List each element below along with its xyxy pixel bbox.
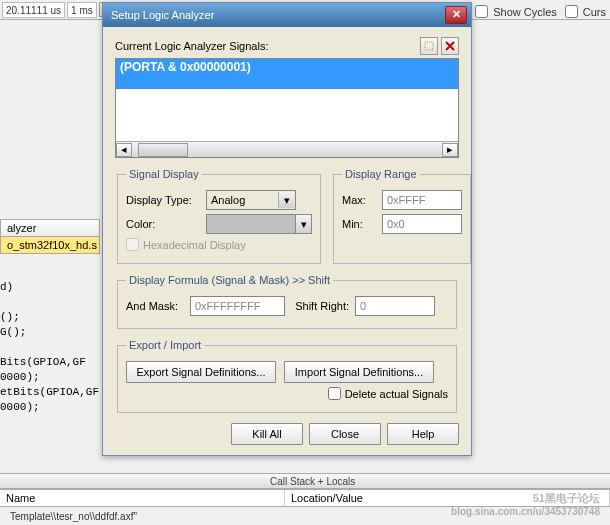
callstack-header[interactable]: Call Stack + Locals [0,473,610,489]
help-button[interactable]: Help [387,423,459,445]
show-cycles-group: Show Cycles Curs [471,2,606,21]
hex-display-checkbox[interactable] [126,238,139,251]
import-signals-button[interactable]: Import Signal Definitions... [284,361,434,383]
display-range-legend: Display Range [342,168,420,180]
shift-right-field[interactable] [355,296,435,316]
and-mask-label: And Mask: [126,300,190,312]
export-import-group: Export / Import Export Signal Definition… [117,339,457,413]
delete-signals-label: Delete actual Signals [345,388,448,400]
display-formula-legend: Display Formula (Signal & Mask) >> Shift [126,274,333,286]
min-label: Min: [342,218,382,230]
signal-row-selected[interactable]: (PORTA & 0x00000001) [116,59,458,75]
code-editor[interactable]: d) (); G(); Bits(GPIOA,GF 0000); etBits(… [0,280,110,480]
dialog-title: Setup Logic Analyzer [111,9,214,21]
grid-box[interactable]: 1 ms [67,2,97,18]
setup-logic-analyzer-dialog: Setup Logic Analyzer ✕ Current Logic Ana… [102,2,472,456]
display-formula-group: Display Formula (Signal & Mask) >> Shift… [117,274,457,329]
close-icon[interactable]: ✕ [445,6,467,24]
max-field[interactable] [382,190,462,210]
shift-right-label: Shift Right: [285,300,355,312]
current-signals-label: Current Logic Analyzer Signals: [115,40,417,52]
max-label: Max: [342,194,382,206]
display-type-label: Display Type: [126,194,206,206]
hex-display-label: Hexadecimal Display [143,239,246,251]
signal-display-group: Signal Display Display Type: Analog ▾ Co… [117,168,321,264]
color-dropdown-icon[interactable]: ▾ [296,214,312,234]
new-signal-button[interactable] [420,37,438,55]
delete-signal-button[interactable] [441,37,459,55]
color-swatch[interactable] [206,214,296,234]
scroll-thumb[interactable] [138,143,188,157]
min-field[interactable] [382,214,462,234]
time-box[interactable]: 20.11111 us [2,2,65,18]
svg-rect-2 [425,42,433,50]
export-import-legend: Export / Import [126,339,204,351]
signals-listbox[interactable]: (PORTA & 0x00000001) ◂ ▸ [115,58,459,158]
col-name[interactable]: Name [0,490,285,506]
kill-all-button[interactable]: Kill All [231,423,303,445]
locals-table-header: Name Location/Value [0,489,610,507]
show-cycles-checkbox[interactable] [475,5,488,18]
chevron-down-icon[interactable]: ▾ [278,192,294,208]
col-location[interactable]: Location/Value [285,490,610,506]
show-cycles-label: Show Cycles [493,6,557,18]
cursor-label: Curs [583,6,606,18]
close-button[interactable]: Close [309,423,381,445]
color-label: Color: [126,218,206,230]
scroll-left-icon[interactable]: ◂ [116,143,132,157]
tab-startup-file[interactable]: o_stm32f10x_hd.s [0,236,100,254]
export-signals-button[interactable]: Export Signal Definitions... [126,361,276,383]
cursor-checkbox[interactable] [565,5,578,18]
horizontal-scrollbar[interactable]: ◂ ▸ [116,141,458,157]
delete-signals-checkbox[interactable] [328,387,341,400]
status-bar: Template\\tesr_no\\ddfdf.axf" [0,507,610,525]
tab-bar: alyzer o_stm32f10x_hd.s [0,220,100,254]
dialog-titlebar[interactable]: Setup Logic Analyzer ✕ [103,3,471,27]
display-range-group: Display Range Max: Min: [333,168,471,264]
tab-analyzer[interactable]: alyzer [0,219,100,237]
display-type-combo[interactable]: Analog ▾ [206,190,296,210]
and-mask-field[interactable] [190,296,285,316]
signal-display-legend: Signal Display [126,168,202,180]
scroll-right-icon[interactable]: ▸ [442,143,458,157]
